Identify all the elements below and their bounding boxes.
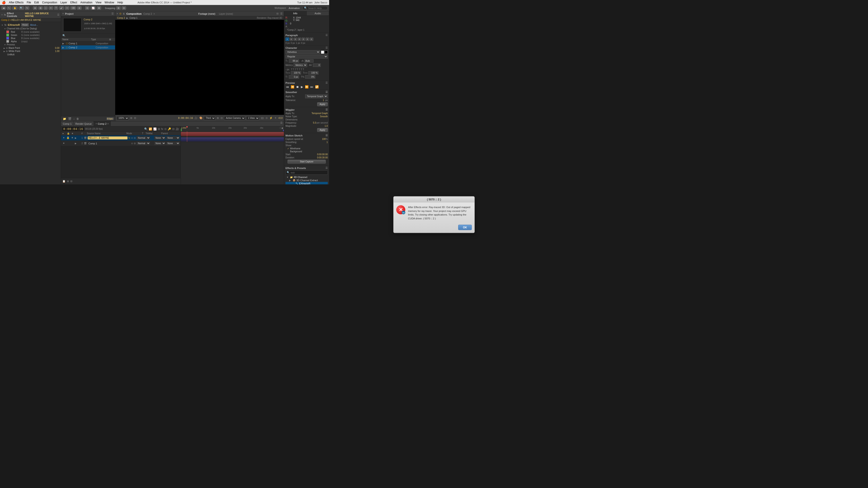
metrics-select[interactable]: Metrics	[293, 63, 307, 67]
tl-parent-btn[interactable]: ⊟	[172, 127, 175, 131]
delete-btn[interactable]: 🗑	[76, 117, 80, 121]
baseline-input[interactable]	[289, 75, 299, 78]
project-item-comp2[interactable]: ▶ □ Comp 2 Composition	[61, 45, 115, 50]
white-point-icon[interactable]: ⊙	[6, 50, 8, 53]
layer2-parent-select[interactable]: None	[166, 142, 180, 145]
smoother-apply-btn[interactable]: Apply	[317, 102, 328, 106]
project-item-comp1[interactable]: ▶ □ Comp 1 Composition	[61, 41, 115, 45]
comp1-expand[interactable]: ▶	[62, 42, 65, 45]
snapping-toggle[interactable]: ⊞	[116, 6, 121, 10]
3d-btn[interactable]: 3D	[260, 117, 264, 120]
layer-row-2[interactable]: ● ▶ 2 🎬 Comp 1 ⊙ ⊟ N	[61, 141, 181, 146]
toolbar-tool-zoom[interactable]: 🔍	[19, 6, 24, 10]
layer1-motion-btn[interactable]: ⊙	[131, 137, 133, 139]
effect-checkbox-icon[interactable]: fx	[4, 24, 6, 26]
tree-item-3dchannel-extract[interactable]: ▶ 📦 3D Channel Extract	[285, 179, 328, 182]
tl-graph-btn[interactable]: 📈	[153, 127, 157, 131]
timeline-tab-comp2[interactable]: × Comp 2 ≡	[94, 121, 111, 126]
fill-color-swatch[interactable]	[321, 51, 324, 54]
toolbar-tool-stamp[interactable]: ✂	[65, 6, 69, 10]
background-checkbox[interactable]: ✓	[287, 150, 289, 153]
toolbar-tool-puppet[interactable]: ⊛	[77, 6, 82, 10]
effects-menu[interactable]: ☰	[326, 166, 328, 169]
collapse-all-btn[interactable]: ◀	[280, 126, 284, 130]
channel-info-section[interactable]: Channel Info (Click for Dialog)	[0, 27, 61, 30]
split-btn[interactable]: ⊟	[70, 180, 72, 183]
align-center-btn[interactable]: ≡	[289, 37, 293, 41]
timeline-tab-comp2-close-icon[interactable]: ×	[96, 123, 97, 125]
white-point-value[interactable]: 1.00	[55, 50, 59, 53]
preview-next-btn[interactable]: ⏩	[305, 85, 309, 89]
menu-animation[interactable]: Animation	[80, 1, 92, 4]
menu-window[interactable]: Window	[105, 1, 114, 4]
wiggler-menu[interactable]: ☰	[326, 108, 328, 111]
preview-last-btn[interactable]: ⏭	[310, 85, 314, 89]
layer1-fx-btn[interactable]: fx	[128, 137, 130, 139]
track-row-1[interactable]	[181, 131, 284, 137]
black-point-value[interactable]: 0.00	[55, 47, 59, 49]
tl-loop-btn[interactable]: 🔁	[149, 127, 152, 131]
layer2-name[interactable]: Comp 1	[88, 142, 130, 145]
toolbar-tool-rotation[interactable]: ↻	[25, 6, 29, 10]
stroke-color-swatch[interactable]	[324, 51, 328, 54]
layer1-adj-btn[interactable]: ⊟	[133, 137, 136, 139]
layer2-motion-btn[interactable]: ⊙	[131, 142, 133, 144]
tree-item-extractor[interactable]: 🔧 EXtractoR	[285, 182, 328, 184]
viewer-close[interactable]: ×	[117, 12, 118, 15]
white-point-expand[interactable]	[4, 50, 5, 53]
menu-edit[interactable]: Edit	[34, 1, 39, 4]
toolbar-tool-pin[interactable]: ⊠	[97, 6, 101, 10]
scale-h-input[interactable]	[291, 71, 301, 74]
zoom-select[interactable]: 100%	[117, 116, 129, 120]
viewer-tab-comp[interactable]: Composition	[126, 12, 142, 15]
toolbar-tool-text[interactable]: T	[54, 6, 58, 10]
import-btn[interactable]: ↓	[73, 117, 75, 121]
menu-view[interactable]: View	[96, 1, 101, 4]
new-comp-btn[interactable]: 🎬	[68, 117, 72, 121]
process-expand[interactable]	[4, 43, 6, 46]
menu-composition[interactable]: Composition	[42, 1, 57, 4]
timecode-btn[interactable]: 🎥	[194, 117, 198, 120]
project-search[interactable]: 🔍	[61, 33, 115, 38]
motion-sketch-menu[interactable]: ☰	[326, 134, 328, 137]
layer-row-1[interactable]: ● 🔒 ★ ▶ 1 🎬 HELLO I...E WAYNE fx ⊙ ⊟	[61, 135, 181, 141]
menu-help[interactable]: Help	[117, 1, 123, 4]
layer1-vis[interactable]: ●	[62, 136, 66, 140]
panel-menu-icon[interactable]: ☰	[57, 13, 59, 16]
color-btn[interactable]: 🎨	[199, 117, 203, 120]
wiggler-apply-btn[interactable]: Apply	[317, 128, 328, 132]
grid-btn[interactable]: ⊟	[133, 117, 136, 120]
tsume-input[interactable]	[305, 75, 315, 78]
search-bar[interactable]: 🔍	[303, 6, 328, 10]
align-left-btn[interactable]: ≡	[285, 37, 289, 41]
black-point-icon[interactable]: ⊙	[6, 47, 8, 49]
project-search-input[interactable]	[66, 34, 114, 37]
preview-loop-btn[interactable]: 🔁	[315, 85, 319, 89]
toolbar-tool-rect[interactable]: □	[43, 6, 48, 10]
layer2-vis[interactable]: ●	[62, 142, 66, 145]
region-btn[interactable]: ⊞	[216, 117, 219, 120]
smoother-menu[interactable]: ☰	[326, 91, 328, 94]
preview-first-btn[interactable]: ⏮	[285, 85, 289, 89]
new-folder-btn[interactable]: 📁	[62, 117, 67, 121]
align-right-btn[interactable]: ≡	[293, 37, 297, 41]
layer2-trkmat-select[interactable]: None	[154, 142, 165, 145]
new-layer-btn[interactable]: 📋	[62, 180, 66, 183]
viewer-maximize-icon[interactable]: ⊟	[276, 12, 278, 15]
layer2-expand[interactable]: ▶	[75, 142, 79, 144]
3dchannel-expand[interactable]: ▼	[286, 176, 289, 178]
toolbar-tool-anchor[interactable]: ⊕	[33, 6, 37, 10]
start-capture-btn[interactable]: Start Capture	[287, 160, 326, 164]
effects-search[interactable]: 🔍	[285, 170, 328, 175]
toolbar-tool-eraser[interactable]: ⌫	[70, 6, 76, 10]
layer1-name[interactable]: HELLO I...E WAYNE	[88, 136, 127, 139]
viewer-tab-close[interactable]: ×	[153, 12, 155, 15]
timeline-tab-render[interactable]: Render Queue	[74, 121, 94, 126]
comp2-expand[interactable]: ▶	[62, 46, 65, 49]
channel-info-expand[interactable]	[4, 27, 6, 30]
toolbar-tool-align[interactable]: ⊟	[85, 6, 90, 10]
toolbar-toggle-btn[interactable]: ◀	[1, 6, 6, 10]
toolbar-tool-pen[interactable]: ✏	[49, 6, 53, 10]
font-size-input[interactable]	[289, 59, 299, 63]
viewer-breadcrumb-comp2[interactable]: Comp 2	[117, 17, 125, 19]
